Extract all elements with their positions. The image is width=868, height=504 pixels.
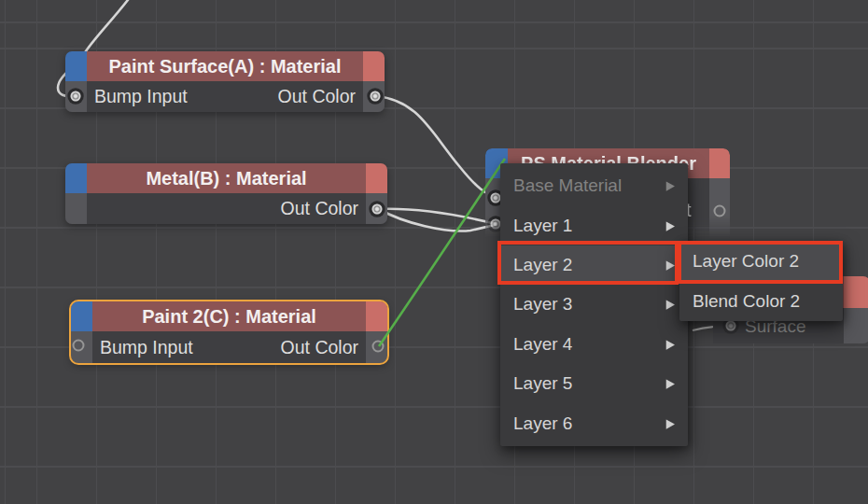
submenu-arrow-icon: ▶ (666, 258, 675, 272)
submenu-arrow-icon: ▶ (666, 377, 675, 391)
port-out-icon[interactable] (714, 205, 726, 217)
submenu-item-blend-color-2[interactable]: Blend Color 2 (679, 281, 843, 321)
wire-metal-to-blender-2[interactable] (379, 209, 497, 231)
node-corner-salmon (363, 51, 385, 81)
node-corner-salmon (366, 163, 387, 193)
menu-item-label: Layer 4 (513, 334, 572, 355)
node-title: Metal(B) : Material (87, 163, 366, 193)
menu-item-layer-5[interactable]: Layer 5 ▶ (500, 364, 688, 403)
submenu-arrow-icon: ▶ (666, 337, 675, 351)
submenu-item-layer-color-2[interactable]: Layer Color 2 (679, 241, 843, 281)
port-strip-left (65, 193, 87, 224)
port-strip-right (844, 308, 868, 343)
node-corner-salmon (844, 276, 868, 308)
menu-item-label: Base Material (513, 175, 622, 196)
node-corner-salmon (366, 301, 387, 331)
menu-item-label: Layer 6 (513, 413, 572, 434)
port-input-2-icon[interactable] (491, 219, 501, 230)
port-bump-input-icon[interactable] (71, 91, 81, 102)
layer-context-menu: Base Material ▶ Layer 1 ▶ Layer 2 ▶ Laye… (500, 163, 688, 446)
node-corner-blue (65, 51, 87, 81)
submenu-arrow-icon: ▶ (666, 416, 675, 430)
node-graph-canvas[interactable]: Paint Surface(A) : Material Bump Input O… (0, 0, 868, 504)
node-paint-surface-a[interactable]: Paint Surface(A) : Material Bump Input O… (65, 51, 385, 112)
node-title: Paint 2(C) : Material (92, 301, 366, 331)
submenu-arrow-icon: ▶ (666, 218, 675, 232)
input-label-bump-input: Bump Input (100, 337, 193, 358)
menu-item-label: Layer 1 (513, 216, 572, 236)
submenu-arrow-icon: ▶ (666, 298, 675, 312)
port-out-color-icon[interactable] (372, 204, 383, 215)
layer-2-submenu: Layer Color 2 Blend Color 2 (679, 241, 843, 321)
menu-item-label: Layer Color 2 (693, 251, 799, 272)
output-label-out-color: Out Color (281, 337, 358, 358)
wire-paintsurface-to-blender[interactable] (376, 96, 497, 198)
menu-item-label: Layer 5 (513, 373, 572, 394)
submenu-arrow-icon: ▶ (666, 179, 675, 193)
node-title: Paint Surface(A) : Material (87, 51, 363, 81)
menu-item-layer-6[interactable]: Layer 6 ▶ (500, 404, 688, 443)
menu-item-layer-2[interactable]: Layer 2 ▶ (500, 245, 688, 285)
wire-metal-to-blender-1[interactable] (379, 209, 497, 224)
port-bump-input-icon[interactable] (73, 340, 85, 352)
menu-item-base-material[interactable]: Base Material ▶ (500, 166, 688, 205)
output-label-out-color: Out Color (278, 86, 356, 107)
port-surface-icon[interactable] (726, 321, 736, 331)
menu-item-label: Layer 2 (513, 255, 572, 275)
menu-item-label: Blend Color 2 (693, 291, 800, 312)
node-paint-2-c[interactable]: Paint 2(C) : Material Bump Input Out Col… (71, 301, 387, 363)
port-out-color-icon[interactable] (371, 91, 381, 102)
port-out-color-icon[interactable] (372, 341, 385, 353)
output-label-out-color: Out Color (281, 198, 358, 219)
node-corner-blue (65, 163, 87, 193)
menu-item-layer-3[interactable]: Layer 3 ▶ (500, 285, 688, 324)
input-label-bump-input: Bump Input (94, 86, 188, 107)
node-corner-blue (71, 301, 92, 331)
node-metal-b[interactable]: Metal(B) : Material Out Color (65, 163, 387, 224)
menu-item-label: Layer 3 (513, 294, 572, 315)
port-input-1-icon[interactable] (491, 193, 501, 203)
menu-item-layer-1[interactable]: Layer 1 ▶ (500, 205, 688, 245)
menu-item-layer-4[interactable]: Layer 4 ▶ (500, 325, 688, 364)
node-corner-salmon (709, 148, 730, 178)
